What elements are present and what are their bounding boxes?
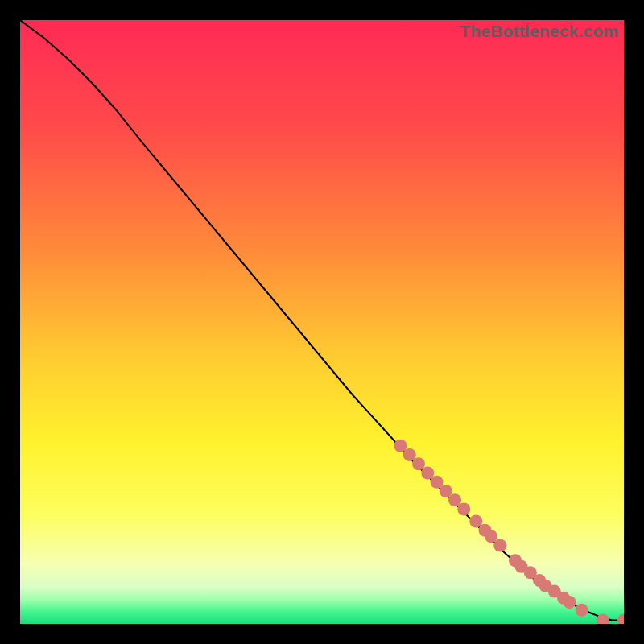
curve-layer — [20, 20, 624, 624]
plot-area: TheBottleneck.com — [20, 20, 624, 624]
bottleneck-curve — [20, 20, 624, 621]
data-point — [493, 539, 506, 552]
data-point — [457, 503, 470, 516]
watermark-label: TheBottleneck.com — [460, 22, 619, 41]
data-point — [617, 614, 624, 625]
scatter-group — [394, 440, 625, 624]
data-point — [564, 596, 576, 609]
data-point — [576, 604, 588, 617]
chart-stage: TheBottleneck.com — [0, 0, 644, 644]
